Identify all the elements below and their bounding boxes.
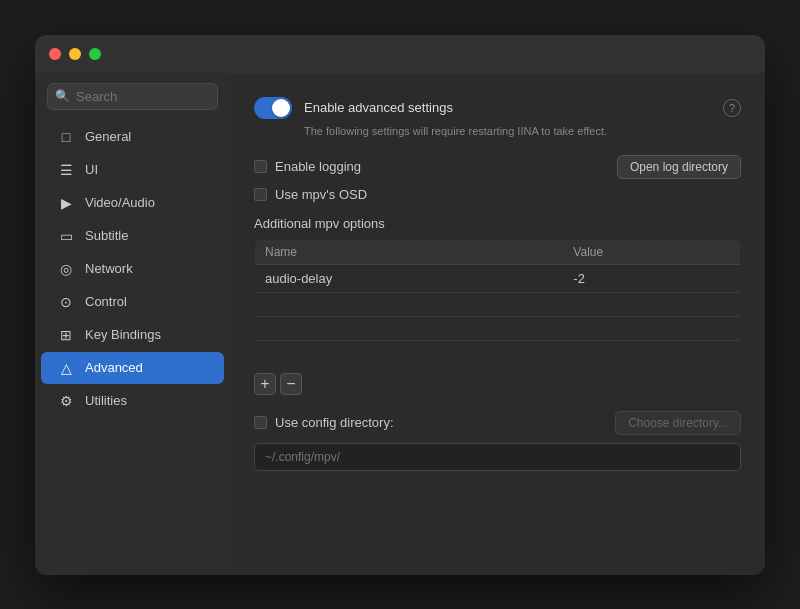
toggle-knob: [272, 99, 290, 117]
table-header-row: Name Value: [255, 239, 741, 264]
config-dir-row: Use config directory: Choose directory..…: [254, 411, 741, 435]
table-row[interactable]: audio-delay-2: [255, 264, 741, 292]
table-empty-row: [255, 340, 741, 364]
col-name-header: Name: [255, 239, 564, 264]
search-input[interactable]: [47, 83, 218, 110]
sidebar-item-advanced[interactable]: △Advanced: [41, 352, 224, 384]
sidebar-item-key-bindings[interactable]: ⊞Key Bindings: [41, 319, 224, 351]
sidebar-item-label-advanced: Advanced: [85, 360, 143, 375]
sidebar-item-control[interactable]: ⊙Control: [41, 286, 224, 318]
table-cell-value: -2: [563, 264, 740, 292]
sidebar-item-label-general: General: [85, 129, 131, 144]
enable-logging-checkbox[interactable]: [254, 160, 267, 173]
key-bindings-icon: ⊞: [57, 326, 75, 344]
empty-cell: [563, 292, 740, 316]
use-mpv-osd-label: Use mpv's OSD: [275, 187, 367, 202]
sidebar: 🔍 □General☰UI▶Video/Audio▭Subtitle◎Netwo…: [35, 73, 230, 575]
sidebar-item-network[interactable]: ◎Network: [41, 253, 224, 285]
general-icon: □: [57, 128, 75, 146]
mpv-options-table: Name Value audio-delay-2: [254, 239, 741, 365]
empty-cell: [255, 340, 564, 364]
advanced-settings-toggle[interactable]: [254, 97, 292, 119]
titlebar: [35, 35, 765, 73]
use-mpv-osd-checkbox[interactable]: [254, 188, 267, 201]
control-icon: ⊙: [57, 293, 75, 311]
sidebar-item-label-utilities: Utilities: [85, 393, 127, 408]
col-value-header: Value: [563, 239, 740, 264]
table-empty-row: [255, 316, 741, 340]
content-area: 🔍 □General☰UI▶Video/Audio▭Subtitle◎Netwo…: [35, 73, 765, 575]
table-empty-row: [255, 292, 741, 316]
video-audio-icon: ▶: [57, 194, 75, 212]
empty-cell: [563, 340, 740, 364]
sidebar-item-video-audio[interactable]: ▶Video/Audio: [41, 187, 224, 219]
empty-cell: [255, 316, 564, 340]
mpv-table-body: audio-delay-2: [255, 264, 741, 364]
utilities-icon: ⚙: [57, 392, 75, 410]
open-log-dir-button[interactable]: Open log directory: [617, 155, 741, 179]
enable-logging-label: Enable logging: [275, 159, 361, 174]
use-config-dir-checkbox[interactable]: [254, 416, 267, 429]
toggle-title: Enable advanced settings: [304, 100, 453, 115]
empty-cell: [563, 316, 740, 340]
search-icon: 🔍: [55, 89, 70, 103]
sidebar-item-label-control: Control: [85, 294, 127, 309]
logging-checkbox-group: Enable logging: [254, 159, 361, 174]
empty-cell: [255, 292, 564, 316]
ui-icon: ☰: [57, 161, 75, 179]
search-wrapper: 🔍: [47, 83, 218, 110]
toggle-subtitle: The following settings will require rest…: [304, 125, 741, 137]
add-row-button[interactable]: +: [254, 373, 276, 395]
sidebar-item-label-video-audio: Video/Audio: [85, 195, 155, 210]
config-path-input[interactable]: [254, 443, 741, 471]
mpv-osd-row: Use mpv's OSD: [254, 187, 741, 202]
sidebar-item-label-key-bindings: Key Bindings: [85, 327, 161, 342]
sidebar-item-ui[interactable]: ☰UI: [41, 154, 224, 186]
advanced-icon: △: [57, 359, 75, 377]
sidebar-item-label-network: Network: [85, 261, 133, 276]
sidebar-item-utilities[interactable]: ⚙Utilities: [41, 385, 224, 417]
help-icon[interactable]: ?: [723, 99, 741, 117]
search-container: 🔍: [35, 83, 230, 120]
network-icon: ◎: [57, 260, 75, 278]
toggle-row: Enable advanced settings ?: [254, 97, 741, 119]
sidebar-item-label-ui: UI: [85, 162, 98, 177]
maximize-button[interactable]: [89, 48, 101, 60]
main-window: 🔍 □General☰UI▶Video/Audio▭Subtitle◎Netwo…: [35, 35, 765, 575]
config-dir-checkbox-group: Use config directory:: [254, 415, 394, 430]
main-content: Enable advanced settings ? The following…: [230, 73, 765, 575]
logging-row: Enable logging Open log directory: [254, 155, 741, 179]
close-button[interactable]: [49, 48, 61, 60]
remove-row-button[interactable]: −: [280, 373, 302, 395]
nav-list: □General☰UI▶Video/Audio▭Subtitle◎Network…: [35, 120, 230, 418]
sidebar-item-general[interactable]: □General: [41, 121, 224, 153]
minimize-button[interactable]: [69, 48, 81, 60]
toggle-group: Enable advanced settings: [254, 97, 453, 119]
choose-dir-button[interactable]: Choose directory...: [615, 411, 741, 435]
subtitle-icon: ▭: [57, 227, 75, 245]
table-controls: + −: [254, 373, 741, 395]
sidebar-item-label-subtitle: Subtitle: [85, 228, 128, 243]
sidebar-item-subtitle[interactable]: ▭Subtitle: [41, 220, 224, 252]
use-config-dir-label: Use config directory:: [275, 415, 394, 430]
table-cell-name: audio-delay: [255, 264, 564, 292]
additional-mpv-title: Additional mpv options: [254, 216, 741, 231]
